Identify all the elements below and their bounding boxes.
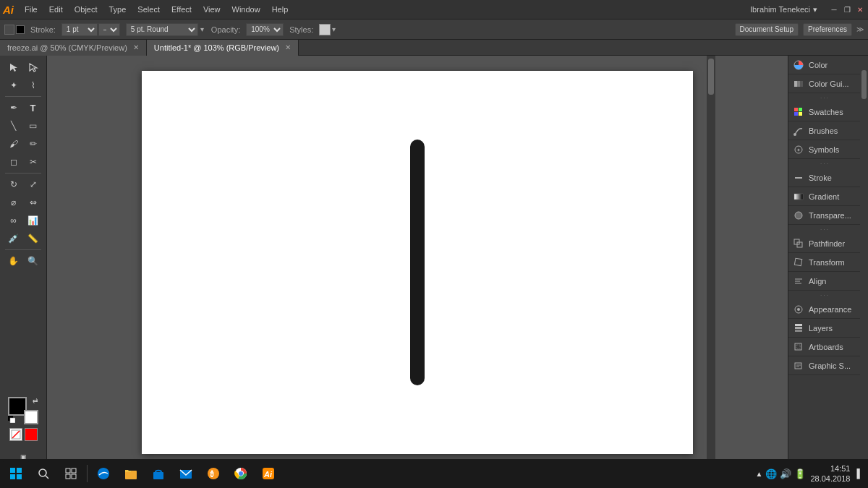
show-hidden-icon[interactable]: ▲ <box>756 470 763 478</box>
search-button[interactable] <box>30 461 56 487</box>
panel-color-guide[interactable]: Color Gui... <box>788 74 860 93</box>
width-tool[interactable]: ⇔ <box>24 194 43 211</box>
panels-scroll-thumb[interactable] <box>861 70 867 99</box>
stroke-panel-icon <box>793 172 804 184</box>
warp-tool[interactable]: ⌀ <box>4 194 23 211</box>
menu-help[interactable]: Help <box>267 4 294 15</box>
panel-graphic-styles[interactable]: Graphic S... <box>788 356 860 375</box>
stroke-weight-select[interactable]: 1 pt <box>61 23 98 36</box>
none-fill-btn[interactable] <box>9 428 22 441</box>
volume-icon[interactable]: 🔊 <box>780 468 791 479</box>
canvas-vscrollbar[interactable] <box>707 56 715 468</box>
ai-button[interactable]: Ai <box>255 461 281 487</box>
canvas-area[interactable] <box>47 56 788 468</box>
mail-button[interactable] <box>173 461 199 487</box>
svg-rect-16 <box>794 194 803 200</box>
scale-tool[interactable]: ⤢ <box>24 176 43 193</box>
svg-rect-43 <box>72 474 76 479</box>
taskbar: ₿ Ai ▲ 🌐 🔊 🔋 14:51 28.04.2018 ▌ <box>0 459 868 488</box>
panel-transparency[interactable]: Transpare... <box>788 206 860 225</box>
clock-date: 28.04.2018 <box>810 474 850 484</box>
tab-untitled[interactable]: Untitled-1* @ 103% (RGB/Preview) ✕ <box>147 40 299 56</box>
panel-artboards[interactable]: Artboards <box>788 338 860 356</box>
menu-window[interactable]: Window <box>227 4 265 15</box>
pencil-tool[interactable]: ✏ <box>24 135 43 153</box>
tab-freeze-close[interactable]: ✕ <box>133 43 139 51</box>
eyedropper-tool[interactable]: 💉 <box>4 230 23 247</box>
scissors-tool[interactable]: ✂ <box>24 153 43 171</box>
measure-tool[interactable]: 📏 <box>24 230 43 247</box>
network-icon[interactable]: 🌐 <box>765 468 777 479</box>
store-button[interactable] <box>145 461 171 487</box>
pen-tool[interactable]: ✒ <box>4 99 23 116</box>
magic-wand-tool[interactable]: ✦ <box>4 77 23 94</box>
user-menu-arrow[interactable]: ▾ <box>813 5 817 14</box>
minimize-button[interactable]: ─ <box>829 4 839 14</box>
panel-gradient[interactable]: Gradient <box>788 187 860 206</box>
menu-file[interactable]: File <box>20 4 43 15</box>
document-setup-button[interactable]: Document Setup <box>735 23 799 36</box>
canvas-vscroll-thumb[interactable] <box>708 59 714 95</box>
panel-swatches[interactable]: Swatches <box>788 103 860 121</box>
paintbrush-tool[interactable]: 🖌 <box>4 135 23 153</box>
task-view-button[interactable] <box>58 461 84 487</box>
panel-appearance[interactable]: Appearance <box>788 300 860 319</box>
menu-object[interactable]: Object <box>69 4 103 15</box>
panel-layers[interactable]: Layers <box>788 319 860 338</box>
type-tool[interactable]: T <box>24 99 43 116</box>
blend-tool[interactable]: ∞ <box>4 212 23 229</box>
zoom-tool[interactable]: 🔍 <box>24 252 43 270</box>
show-desktop-btn[interactable]: ▌ <box>854 467 865 480</box>
tab-untitled-close[interactable]: ✕ <box>285 43 291 51</box>
panel-color[interactable]: Color <box>788 56 860 74</box>
menu-view[interactable]: View <box>198 4 226 15</box>
styles-arrow[interactable]: ▾ <box>332 25 336 33</box>
swap-colors-icon[interactable]: ⇄ <box>33 397 38 404</box>
brush-arrow[interactable]: ▾ <box>199 25 205 33</box>
fill-swatch[interactable] <box>4 25 14 35</box>
rotate-tool[interactable]: ↻ <box>4 176 23 193</box>
hand-tool[interactable]: ✋ <box>4 252 23 270</box>
eraser-tool[interactable]: ◻ <box>4 153 23 171</box>
start-button[interactable] <box>3 461 29 487</box>
tab-untitled-label: Untitled-1* @ 103% (RGB/Preview) <box>154 43 279 52</box>
svg-rect-40 <box>66 468 70 473</box>
chrome-button[interactable] <box>228 461 254 487</box>
lasso-tool[interactable]: ⌇ <box>24 77 43 94</box>
brush-select[interactable]: 5 pt. Round <box>126 23 198 36</box>
chart-tool[interactable]: 📊 <box>24 212 43 229</box>
panels-scrollbar[interactable] <box>860 56 868 468</box>
menu-effect[interactable]: Effect <box>166 4 197 15</box>
stroke-style-select[interactable]: — <box>98 23 120 36</box>
clock[interactable]: 14:51 28.04.2018 <box>810 463 850 484</box>
battery-icon[interactable]: 🔋 <box>794 468 806 479</box>
crypto-button[interactable]: ₿ <box>200 461 226 487</box>
close-button[interactable]: ✕ <box>855 4 865 14</box>
direct-select-tool[interactable] <box>24 59 43 76</box>
panel-align[interactable]: Align <box>788 272 860 291</box>
pathfinder-panel-icon <box>793 238 804 249</box>
preferences-button[interactable]: Preferences <box>803 23 852 36</box>
menu-edit[interactable]: Edit <box>44 4 68 15</box>
menu-type[interactable]: Type <box>104 4 132 15</box>
panel-stroke[interactable]: Stroke <box>788 168 860 187</box>
restore-button[interactable]: ❐ <box>842 4 852 14</box>
tab-freeze[interactable]: freeze.ai @ 50% (CMYK/Preview) ✕ <box>0 40 147 56</box>
stroke-color-box[interactable] <box>24 410 38 424</box>
color-indicator[interactable] <box>25 428 38 441</box>
opacity-select[interactable]: 100% <box>246 23 284 36</box>
selection-tool[interactable] <box>4 59 23 76</box>
panel-pathfinder[interactable]: Pathfinder <box>788 234 860 253</box>
svg-rect-29 <box>795 343 801 350</box>
default-colors-icon[interactable] <box>8 416 15 424</box>
panel-transform[interactable]: Transform <box>788 253 860 272</box>
panel-brushes[interactable]: Brushes <box>788 121 860 140</box>
rect-tool[interactable]: ▭ <box>24 117 43 134</box>
stroke-color-swatch[interactable] <box>16 25 25 34</box>
panel-symbols[interactable]: ✦ Symbols <box>788 140 860 159</box>
line-tool[interactable]: ╲ <box>4 117 23 134</box>
toolbar-options-icon[interactable]: ≫ <box>856 25 864 33</box>
file-explorer-button[interactable] <box>118 461 144 487</box>
edge-button[interactable] <box>90 461 116 487</box>
menu-select[interactable]: Select <box>132 4 165 15</box>
